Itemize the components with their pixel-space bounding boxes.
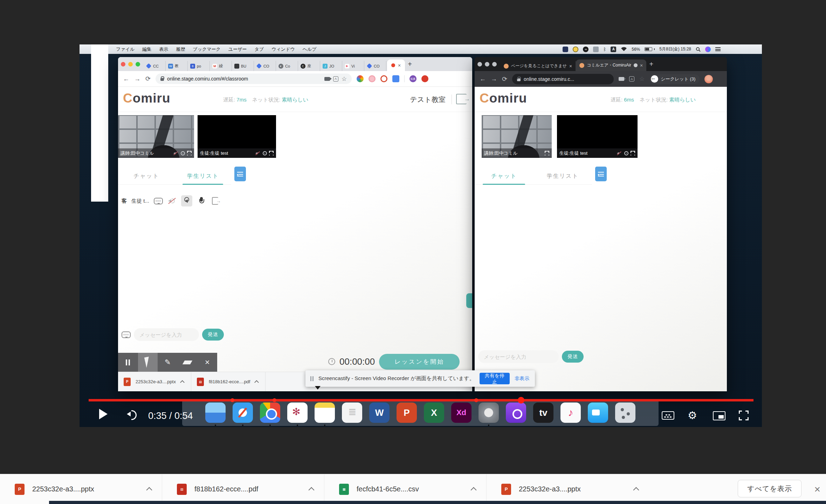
browser-tab[interactable]: CO: [254, 61, 276, 71]
new-tab-button[interactable]: [646, 59, 656, 69]
camera-permission-icon[interactable]: [324, 77, 330, 81]
browser-tab[interactable]: 繰: [210, 61, 232, 71]
dock-system-preferences-icon[interactable]: [479, 402, 499, 423]
siri-icon[interactable]: [705, 47, 711, 52]
side-panel-handle[interactable]: [466, 293, 472, 308]
download-item[interactable]: 2253c32e-a3....pptx: [487, 474, 649, 504]
wifi-icon[interactable]: [621, 47, 627, 51]
extension-red-icon[interactable]: [421, 75, 428, 82]
address-bar[interactable]: online.stage.comiru.com/#/classroom: [156, 74, 352, 84]
forward-button[interactable]: [134, 75, 140, 83]
menu-view[interactable]: 表示: [159, 46, 168, 52]
incognito-badge[interactable]: シークレット (3): [649, 74, 700, 84]
menu-history[interactable]: 履歴: [176, 46, 185, 52]
browser-tab[interactable]: CC: [144, 61, 166, 71]
student-video[interactable]: 生徒:生徒 test: [198, 115, 276, 158]
playhead[interactable]: [518, 397, 524, 404]
zoom-window-button[interactable]: [492, 62, 497, 66]
hide-link[interactable]: 非表示: [515, 376, 529, 382]
browser-tab[interactable]: po: [188, 61, 210, 71]
profile-badge[interactable]: [409, 75, 417, 82]
mic-muted-icon[interactable]: [617, 151, 622, 155]
tab-chat[interactable]: チャット: [118, 168, 175, 184]
browser-tab[interactable]: Vi: [342, 61, 364, 71]
dock-pages-icon[interactable]: [342, 402, 362, 423]
mic-muted-icon[interactable]: [255, 151, 261, 155]
download-item[interactable]: f818b162-ecce....pdf: [162, 474, 324, 504]
teacher-video[interactable]: 講師:田中コミル: [482, 115, 552, 158]
message-input[interactable]: [134, 328, 199, 341]
translate-icon[interactable]: [333, 76, 338, 82]
new-tab-button[interactable]: [405, 59, 415, 69]
back-button[interactable]: [123, 75, 129, 83]
dock-safari-icon[interactable]: [233, 402, 253, 423]
fullscreen-icon[interactable]: [187, 151, 192, 155]
video-seekbar[interactable]: [89, 399, 753, 401]
browser-tab[interactable]: Co: [276, 61, 298, 71]
menu-file[interactable]: ファイル: [116, 46, 135, 52]
dock-chrome-icon[interactable]: [260, 402, 280, 423]
menu-bookmarks[interactable]: ブックマーク: [193, 46, 221, 52]
reload-button[interactable]: [145, 75, 151, 83]
dock-word-icon[interactable]: [369, 402, 390, 423]
camera-permission-icon[interactable]: [619, 77, 624, 81]
start-lesson-button[interactable]: レッスンを開始: [379, 354, 460, 370]
screencastify-extension-icon[interactable]: [380, 75, 387, 82]
collapse-panel-button[interactable]: [234, 167, 246, 181]
extension-blue-icon[interactable]: [392, 75, 399, 82]
active-tab[interactable]: コミルエア・ComiruAir: [576, 59, 646, 71]
collapse-panel-button[interactable]: [595, 167, 607, 181]
chevron-up-icon[interactable]: [255, 380, 259, 385]
chat-bubble-icon[interactable]: [154, 198, 163, 204]
fullscreen-icon[interactable]: [631, 151, 635, 155]
speaker-muted-icon[interactable]: [168, 198, 176, 204]
minimize-window-button[interactable]: [485, 62, 489, 66]
browser-tab[interactable]: CO: [364, 61, 386, 71]
minimize-window-button[interactable]: [128, 62, 133, 66]
close-window-button[interactable]: [477, 62, 482, 66]
menu-users[interactable]: ユーザー: [228, 46, 247, 52]
close-window-button[interactable]: [121, 62, 125, 66]
url-text[interactable]: online.stage.comiru.com/#/classroom: [167, 76, 248, 82]
reload-button[interactable]: [502, 75, 507, 83]
browser-tab[interactable]: BU: [232, 61, 254, 71]
video-viewport[interactable]: Chrome ファイル 編集 表示 履歴 ブックマーク ユーザー タブ ウィンド…: [80, 44, 762, 427]
back-button[interactable]: [480, 75, 486, 83]
active-tab-recording[interactable]: [387, 59, 405, 71]
dock-powerpoint-icon[interactable]: [397, 402, 417, 423]
pointer-permission-button[interactable]: [181, 195, 192, 206]
tab-chat[interactable]: チャット: [475, 168, 534, 184]
close-tab-icon[interactable]: [569, 64, 572, 69]
download-item[interactable]: f818b162-ecce....pdf: [191, 372, 266, 392]
menubar-clock[interactable]: 5月8日(金) 15:28: [659, 46, 691, 52]
dock-podcasts-icon[interactable]: [506, 402, 526, 423]
menu-edit[interactable]: 編集: [142, 46, 151, 52]
display-icon[interactable]: [593, 47, 599, 52]
pause-tool-button[interactable]: [118, 353, 138, 372]
extension-colorwheel-icon[interactable]: [357, 75, 364, 82]
bookmark-star-icon[interactable]: [639, 75, 645, 83]
spotlight-search-icon[interactable]: [696, 47, 701, 52]
seek-marker[interactable]: [273, 398, 276, 402]
show-all-downloads-button[interactable]: すべてを表示: [738, 480, 801, 497]
dock-slack-icon[interactable]: [287, 402, 308, 423]
extension-pink-icon[interactable]: [369, 75, 376, 82]
chevron-up-icon[interactable]: [471, 487, 477, 493]
seek-marker[interactable]: [474, 398, 478, 402]
profile-avatar[interactable]: [704, 75, 713, 83]
browser-tab[interactable]: ページを見ることはできませ: [500, 61, 576, 71]
chevron-up-icon[interactable]: [146, 487, 152, 493]
bookmark-star-icon[interactable]: [342, 75, 347, 83]
status-yellow-icon[interactable]: [573, 47, 578, 52]
dock-xd-icon[interactable]: [451, 402, 471, 423]
pen-tool-button[interactable]: [158, 353, 178, 372]
menu-window[interactable]: ウィンドウ: [271, 46, 295, 52]
browser-tab[interactable]: 教: [166, 61, 188, 71]
dock-finder-icon[interactable]: [205, 402, 226, 423]
address-bar[interactable]: online.stage.comiru.c...: [512, 74, 614, 84]
translate-icon[interactable]: [629, 76, 634, 82]
dock-tv-icon[interactable]: [533, 402, 553, 423]
download-item[interactable]: 2253c32e-a3....pptx: [0, 474, 162, 504]
download-item[interactable]: 2253c32e-a3....pptx: [118, 372, 191, 392]
pin-icon[interactable]: [263, 151, 267, 155]
